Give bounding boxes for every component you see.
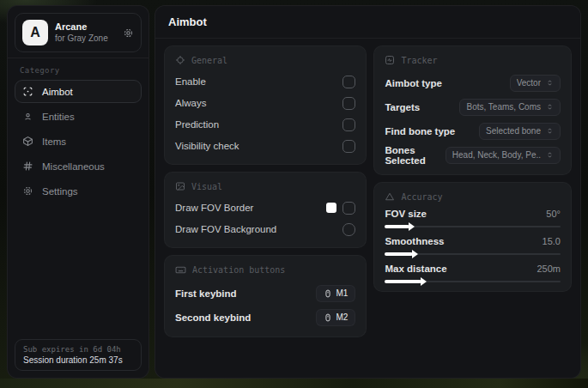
select-value: Head, Neck, Body, Pe.. <box>452 150 541 160</box>
setting-row-first-keybind: First keybind M1 <box>175 282 355 304</box>
sidebar: A Arcane for Gray Zone Category Aimbot <box>7 5 149 379</box>
left-column: General Enable Always Prediction Visibil… <box>164 45 367 337</box>
sidebar-item-items[interactable]: Items <box>15 130 142 153</box>
keybind-value: M1 <box>336 288 349 298</box>
setting-label: Draw FOV Background <box>175 224 276 234</box>
panel-title: Accuracy <box>401 192 442 202</box>
crosshair-focus-icon <box>22 86 33 97</box>
package-icon <box>22 136 33 147</box>
gear-icon <box>22 185 33 197</box>
find-bone-type-select[interactable]: Selected bone <box>479 123 561 140</box>
setting-row-visibility-check: Visibility check <box>175 136 355 155</box>
subscription-status-box: Sub expires in 6d 04h Session duration 2… <box>15 339 142 371</box>
panel-activation-buttons: Activation buttons First keybind M1 S <box>164 255 367 337</box>
fov-border-color-swatch[interactable] <box>326 203 336 213</box>
sidebar-header-wrap: A Arcane for Gray Zone <box>8 6 149 58</box>
setting-row-prediction: Prediction <box>175 115 355 134</box>
slider-header: Smoothness 15.0 <box>385 236 561 246</box>
image-icon <box>175 181 185 191</box>
panel-tracker-header: Tracker <box>385 55 561 65</box>
slider-value: 250m <box>536 264 561 274</box>
slider-max-distance: Max distance 250m <box>385 264 561 282</box>
slider-fill <box>385 252 413 256</box>
fov-size-slider[interactable] <box>385 226 561 227</box>
setting-row-targets: Targets Bots, Teams, Coms <box>385 96 561 118</box>
first-keybind-button[interactable]: M1 <box>316 285 356 302</box>
slider-fill <box>385 225 409 228</box>
slider-label: Max distance <box>385 264 446 274</box>
setting-row-aimbot-type: Aimbot type Vector <box>385 72 561 94</box>
second-keybind-button[interactable]: M2 <box>316 309 356 326</box>
panel-general: General Enable Always Prediction Visibil… <box>164 45 367 165</box>
draw-fov-background-checkbox[interactable] <box>342 223 355 236</box>
panel-title: Tracker <box>401 56 437 65</box>
panel-activation-header: Activation buttons <box>175 264 355 276</box>
setting-label: Always <box>175 98 206 108</box>
setting-label: Second keybind <box>175 312 251 323</box>
panel-accuracy-header: Accuracy <box>385 191 561 202</box>
main-pane: Aimbot General Enable A <box>155 5 581 379</box>
setting-label: Draw FOV Border <box>175 203 253 213</box>
setting-row-find-bone-type: Find bone type Selected bone <box>385 120 561 142</box>
panel-accuracy: Accuracy FOV size 50° Smoothness 15.0 <box>373 182 572 292</box>
sidebar-item-aimbot[interactable]: Aimbot <box>15 80 142 103</box>
sidebar-item-entities[interactable]: Entities <box>15 105 142 128</box>
slider-smoothness: Smoothness 15.0 <box>385 236 561 255</box>
game-background-strip <box>0 379 588 388</box>
keyboard-icon <box>175 264 186 276</box>
setting-row-draw-fov-border: Draw FOV Border <box>175 198 355 217</box>
setting-label: First keybind <box>175 288 237 299</box>
setting-row-second-keybind: Second keybind M2 <box>175 306 355 328</box>
enable-checkbox[interactable] <box>342 76 355 88</box>
slider-value: 15.0 <box>543 236 561 246</box>
targets-select[interactable]: Bots, Teams, Coms <box>459 99 561 116</box>
panel-title: Activation buttons <box>192 265 285 275</box>
panel-visual-header: Visual <box>175 181 355 191</box>
panel-tracker: Tracker Aimbot type Vector Targets <box>373 45 572 175</box>
slider-fill <box>385 280 421 283</box>
select-value: Vector <box>517 78 541 88</box>
setting-label: Targets <box>385 102 420 112</box>
setting-label: Find bone type <box>385 126 455 136</box>
draw-fov-border-checkbox[interactable] <box>342 202 355 215</box>
chevrons-up-down-icon <box>546 79 554 87</box>
setting-row-enable: Enable <box>175 72 355 91</box>
panel-general-header: General <box>175 55 355 65</box>
category-label: Category <box>8 58 149 78</box>
mouse-icon <box>324 312 332 323</box>
bones-selected-select[interactable]: Head, Neck, Body, Pe.. <box>446 147 561 164</box>
setting-label: Enable <box>175 76 206 87</box>
panel-title: Visual <box>191 182 222 191</box>
triangle-icon <box>385 191 395 202</box>
sidebar-item-settings[interactable]: Settings <box>15 179 142 203</box>
slider-label: Smoothness <box>385 236 444 246</box>
activity-icon <box>385 55 395 65</box>
setting-row-always: Always <box>175 94 355 112</box>
sidebar-item-label: Settings <box>42 186 78 197</box>
setting-row-bones-selected: Bones Selected Head, Neck, Body, Pe.. <box>385 144 561 166</box>
visibility-check-checkbox[interactable] <box>342 140 355 153</box>
app-name: Arcane <box>55 21 116 33</box>
hash-icon <box>22 161 33 172</box>
app-header: A Arcane for Gray Zone <box>15 13 142 52</box>
always-checkbox[interactable] <box>342 97 355 110</box>
sidebar-item-miscellaneous[interactable]: Miscellaneous <box>15 155 142 178</box>
sidebar-item-label: Entities <box>42 112 75 122</box>
chevrons-up-down-icon <box>546 127 554 135</box>
sidebar-item-label: Aimbot <box>42 87 73 97</box>
prediction-checkbox[interactable] <box>342 118 355 131</box>
session-duration-text: Session duration 25m 37s <box>23 355 133 365</box>
main-content: General Enable Always Prediction Visibil… <box>155 39 580 344</box>
aimbot-type-select[interactable]: Vector <box>510 75 561 92</box>
smoothness-slider[interactable] <box>385 253 561 255</box>
slider-label: FOV size <box>385 209 427 219</box>
slider-fov-size: FOV size 50° <box>385 209 561 227</box>
setting-label: Bones Selected <box>385 145 445 166</box>
max-distance-slider[interactable] <box>385 281 561 282</box>
sidebar-nav: Aimbot Entities Items M <box>8 78 149 332</box>
keybind-value: M2 <box>336 312 349 322</box>
right-column: Tracker Aimbot type Vector Targets <box>373 45 572 292</box>
gear-icon[interactable] <box>123 27 134 39</box>
panel-title: General <box>191 56 227 65</box>
app-meta: Arcane for Gray Zone <box>55 21 116 44</box>
